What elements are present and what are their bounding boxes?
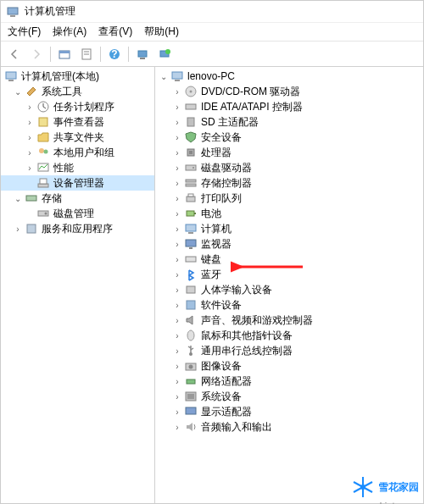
device-label: 图像设备 xyxy=(199,358,243,374)
tree-storage[interactable]: ⌄ 存储 xyxy=(1,191,154,206)
expand-icon[interactable]: › xyxy=(172,133,182,142)
device-item[interactable]: ›DVD/CD-ROM 驱动器 xyxy=(155,84,423,99)
toolbar-separator xyxy=(128,47,129,62)
expand-icon[interactable]: › xyxy=(172,240,182,249)
device-item[interactable]: ›声音、视频和游戏控制器 xyxy=(155,313,423,328)
device-root[interactable]: ⌄ lenovo-PC xyxy=(155,69,423,84)
tree-root[interactable]: 计算机管理(本地) xyxy=(1,69,154,84)
tree-shared-folders[interactable]: › 共享文件夹 xyxy=(1,130,154,145)
expand-icon[interactable]: › xyxy=(172,163,182,173)
expand-icon[interactable]: › xyxy=(25,133,35,142)
expand-icon[interactable]: › xyxy=(172,423,182,432)
menubar: 文件(F) 操作(A) 查看(V) 帮助(H) xyxy=(1,23,423,42)
expand-icon[interactable]: › xyxy=(172,194,182,203)
tree-performance[interactable]: › 性能 xyxy=(1,160,154,175)
device-item[interactable]: ›监视器 xyxy=(155,236,423,252)
expand-icon[interactable]: › xyxy=(172,362,182,371)
device-item[interactable]: ›存储控制器 xyxy=(155,175,423,191)
cpu-icon xyxy=(184,146,198,159)
expand-icon[interactable]: › xyxy=(172,148,182,158)
expand-icon[interactable]: › xyxy=(172,301,182,310)
right-device-pane[interactable]: ⌄ lenovo-PC ›DVD/CD-ROM 驱动器›IDE ATA/ATAP… xyxy=(155,67,423,503)
expand-icon[interactable]: › xyxy=(25,118,35,127)
device-item[interactable]: ›蓝牙 xyxy=(155,267,423,282)
expand-icon[interactable]: › xyxy=(25,102,35,112)
computer-icon xyxy=(184,222,198,235)
device-item[interactable]: ›处理器 xyxy=(155,145,423,160)
device-item[interactable]: ›鼠标和其他指针设备 xyxy=(155,328,423,343)
device-item[interactable]: ›磁盘驱动器 xyxy=(155,160,423,175)
device-item[interactable]: ›网络适配器 xyxy=(155,374,423,389)
expand-icon[interactable]: › xyxy=(172,224,182,234)
menu-view[interactable]: 查看(V) xyxy=(95,23,136,41)
disc-icon xyxy=(184,85,198,98)
expand-icon[interactable]: › xyxy=(172,102,182,112)
device-label: 声音、视频和游戏控制器 xyxy=(199,313,315,329)
tree-device-manager[interactable]: 设备管理器 xyxy=(1,175,154,191)
toolbar-help-button[interactable]: ? xyxy=(104,44,125,64)
network-icon xyxy=(184,374,198,388)
device-item[interactable]: ›系统设备 xyxy=(155,389,423,404)
device-label: 蓝牙 xyxy=(199,267,223,283)
toolbar-back-button[interactable] xyxy=(4,44,25,64)
device-item[interactable]: ›人体学输入设备 xyxy=(155,282,423,297)
device-item[interactable]: ›显示适配器 xyxy=(155,404,423,419)
expand-icon[interactable]: › xyxy=(172,87,182,97)
tree-root-label: 计算机管理(本地) xyxy=(20,69,101,85)
expand-icon[interactable]: › xyxy=(172,209,182,219)
clock-icon xyxy=(36,100,50,114)
device-item[interactable]: ›安全设备 xyxy=(155,130,423,145)
tree-local-users[interactable]: › 本地用户和组 xyxy=(1,145,154,160)
expand-icon[interactable]: › xyxy=(172,392,182,402)
device-item[interactable]: ›计算机 xyxy=(155,221,423,236)
left-tree-pane[interactable]: 计算机管理(本地) ⌄ 系统工具 › 任务计划程序 › 事件查看器 › 共享文件… xyxy=(1,67,155,503)
expand-icon[interactable]: › xyxy=(172,316,182,325)
tree-task-scheduler[interactable]: › 任务计划程序 xyxy=(1,99,154,114)
menu-file[interactable]: 文件(F) xyxy=(4,23,44,41)
tree-system-tools[interactable]: ⌄ 系统工具 xyxy=(1,84,154,99)
titlebar: 计算机管理 xyxy=(1,1,423,23)
expand-icon[interactable]: › xyxy=(172,118,182,127)
toolbar-scan-button[interactable] xyxy=(132,44,153,64)
menu-help[interactable]: 帮助(H) xyxy=(141,23,182,41)
app-icon xyxy=(6,5,20,19)
expand-icon[interactable]: › xyxy=(172,285,182,295)
expand-icon[interactable]: › xyxy=(25,163,35,173)
collapse-icon[interactable]: ⌄ xyxy=(159,72,169,81)
expand-icon[interactable]: › xyxy=(172,331,182,341)
svg-point-35 xyxy=(192,167,194,169)
device-item[interactable]: ›打印队列 xyxy=(155,191,423,206)
device-item[interactable]: ›键盘 xyxy=(155,252,423,267)
toolbar-forward-button[interactable] xyxy=(26,44,47,64)
device-item[interactable]: ›音频输入和输出 xyxy=(155,419,423,435)
expand-icon[interactable]: › xyxy=(13,224,23,234)
svg-rect-59 xyxy=(186,407,196,414)
collapse-icon[interactable]: ⌄ xyxy=(13,194,23,203)
watermark: 雪花家园 www.xhjaty.com xyxy=(351,475,419,499)
svg-rect-36 xyxy=(186,180,196,182)
tree-disk-management[interactable]: 磁盘管理 xyxy=(1,206,154,221)
device-item[interactable]: ›电池 xyxy=(155,206,423,221)
device-item[interactable]: ›软件设备 xyxy=(155,297,423,313)
toolbar-refresh-button[interactable] xyxy=(154,44,175,64)
toolbar-separator xyxy=(50,47,51,62)
collapse-icon[interactable]: ⌄ xyxy=(13,87,23,97)
tree-services[interactable]: › 服务和应用程序 xyxy=(1,221,154,236)
expand-icon[interactable]: › xyxy=(25,148,35,158)
device-label: 计算机 xyxy=(199,221,233,237)
expand-icon[interactable]: › xyxy=(172,377,182,386)
expand-icon[interactable]: › xyxy=(172,255,182,264)
device-item[interactable]: ›IDE ATA/ATAPI 控制器 xyxy=(155,99,423,114)
toolbar-properties-button[interactable] xyxy=(76,44,97,64)
menu-action[interactable]: 操作(A) xyxy=(49,23,90,41)
expand-icon[interactable]: › xyxy=(172,270,182,280)
device-item[interactable]: ›SD 主适配器 xyxy=(155,114,423,130)
expand-icon[interactable]: › xyxy=(172,179,182,188)
toolbar-up-button[interactable] xyxy=(54,44,75,64)
svg-rect-0 xyxy=(8,8,18,14)
device-item[interactable]: ›通用串行总线控制器 xyxy=(155,343,423,358)
expand-icon[interactable]: › xyxy=(172,346,182,356)
expand-icon[interactable]: › xyxy=(172,407,182,417)
tree-event-viewer[interactable]: › 事件查看器 xyxy=(1,114,154,130)
device-item[interactable]: ›图像设备 xyxy=(155,358,423,374)
